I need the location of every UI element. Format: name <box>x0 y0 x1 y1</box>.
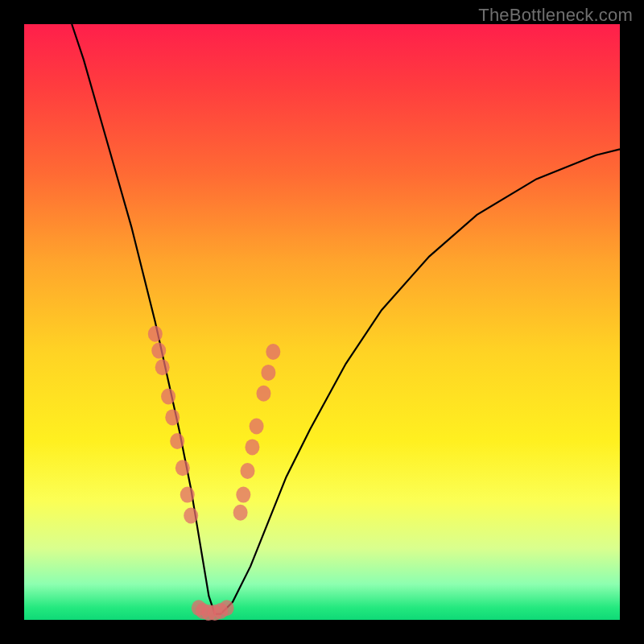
data-point <box>236 487 250 503</box>
chart-frame: TheBottleneck.com <box>0 0 644 644</box>
data-point <box>220 600 234 616</box>
data-point <box>170 433 184 449</box>
data-point <box>175 460 190 476</box>
data-point <box>233 505 248 521</box>
data-point <box>266 344 280 360</box>
bottleneck-curve <box>72 24 620 614</box>
scatter-dots <box>148 326 281 621</box>
watermark-text: TheBottleneck.com <box>478 5 633 26</box>
data-point <box>250 419 264 435</box>
chart-svg <box>24 24 620 620</box>
data-point <box>161 389 175 405</box>
data-point <box>184 508 198 524</box>
data-point <box>180 487 195 503</box>
data-point <box>148 326 163 342</box>
data-point <box>151 343 166 359</box>
curve-layer <box>72 24 620 614</box>
chart-plot-area <box>24 24 620 620</box>
data-point <box>241 463 255 479</box>
data-point <box>155 359 170 375</box>
data-point <box>245 439 259 455</box>
data-point <box>261 365 275 381</box>
data-point <box>256 386 270 402</box>
data-point <box>165 409 180 425</box>
